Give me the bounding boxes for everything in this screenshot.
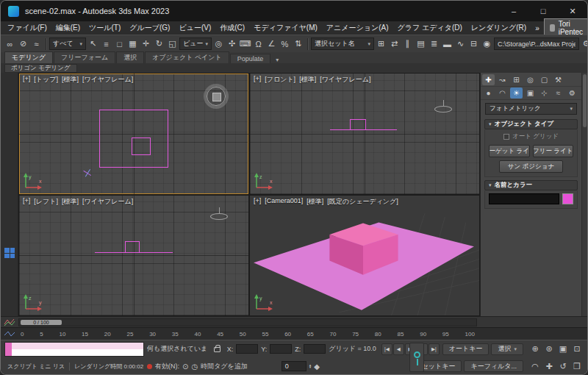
angle-snap-icon[interactable]: ∠ xyxy=(265,38,278,51)
go-to-start-button[interactable]: |◀ xyxy=(381,343,392,355)
viewport-style-label[interactable]: [標準] xyxy=(306,197,323,207)
free-light-button[interactable]: フリー ライト xyxy=(533,145,574,157)
maximize-viewport-toggle-icon[interactable]: ❒ xyxy=(570,360,584,373)
sun-positioner-button[interactable]: サン ポジショナ xyxy=(499,160,563,173)
tab-populate[interactable]: Populate xyxy=(230,54,271,63)
project-folder-field[interactable]: C:\Storage\P...dsMax Project xyxy=(494,38,579,50)
select-object-icon[interactable]: ↖ xyxy=(87,38,99,51)
tab-freeform[interactable]: フリーフォーム xyxy=(54,51,115,63)
helpers-category-icon[interactable]: ⊹ xyxy=(538,88,551,99)
unlink-selection-icon[interactable]: ⊘ xyxy=(17,38,29,51)
cameras-category-icon[interactable]: ▣ xyxy=(524,88,537,99)
tab-selection[interactable]: 選択 xyxy=(116,51,144,63)
viewport-menu-button[interactable]: [+] xyxy=(23,75,30,85)
menu-item[interactable]: ファイル(F) xyxy=(3,23,51,33)
tab-object-paint[interactable]: オブジェクト ペイント xyxy=(145,51,229,63)
helper-gizmo[interactable] xyxy=(82,167,94,179)
keyboard-shortcut-override-icon[interactable]: ⌨ xyxy=(239,38,251,51)
space-warps-category-icon[interactable]: ≈ xyxy=(552,88,564,99)
percent-snap-icon[interactable]: % xyxy=(279,38,291,51)
viewport-shading-label[interactable]: [ワイヤフレーム] xyxy=(82,197,133,207)
toggle-scene-explorer-icon[interactable]: ▤ xyxy=(415,38,427,51)
viewport-shading-label[interactable]: [ワイヤフレーム] xyxy=(82,75,133,85)
utilities-tab-icon[interactable]: ⚒ xyxy=(552,74,564,85)
maxscript-mini-listener[interactable] xyxy=(4,342,144,357)
record-toggle-icon[interactable]: ⊙ xyxy=(182,362,188,371)
edit-named-selection-sets-icon[interactable]: ⊞ xyxy=(375,38,387,51)
object-type-rollout-header[interactable]: ▾ オブジェクト タイプ xyxy=(484,119,578,129)
orbit-icon[interactable]: ↺ xyxy=(556,360,570,373)
frame-spinner[interactable]: ▴ ▾ xyxy=(309,364,312,368)
tab-modeling[interactable]: モデリング xyxy=(4,51,53,63)
field-of-view-icon[interactable]: ◠ xyxy=(528,360,542,373)
hierarchy-tab-icon[interactable]: ⊞ xyxy=(510,74,523,85)
menu-item[interactable]: » xyxy=(531,24,544,32)
snaps-toggle-icon[interactable]: Ω xyxy=(252,38,265,51)
viewport-style-label[interactable]: [標準] xyxy=(299,75,316,85)
auto-key-button[interactable]: オートキー xyxy=(442,343,490,355)
sun-positioner-compass-gizmo[interactable] xyxy=(207,87,226,106)
previous-frame-button[interactable]: ◀ xyxy=(393,343,404,355)
minimize-button[interactable]: – xyxy=(499,1,528,21)
menu-item[interactable]: モディファイヤ(M) xyxy=(249,23,322,33)
sun-positioner-compass-gizmo[interactable] xyxy=(210,213,228,220)
viewport-name-label[interactable]: [トップ] xyxy=(34,75,58,85)
select-by-name-icon[interactable]: ≡ xyxy=(100,38,112,51)
target-light-button[interactable]: ターゲット ライト xyxy=(489,145,530,157)
key-selection-dropdown[interactable]: 選択 ▾ xyxy=(491,343,523,355)
toggle-ribbon-icon[interactable]: ▬ xyxy=(441,38,453,51)
y-coord-field[interactable] xyxy=(270,344,292,354)
viewport-shading-label[interactable]: [ワイヤフレーム] xyxy=(320,75,370,85)
viewport-front[interactable]: [+] [フロント] [標準] [ワイヤフレーム] x z xyxy=(250,74,479,194)
box-wireframe[interactable] xyxy=(132,138,151,156)
menu-item[interactable]: アニメーション(A) xyxy=(322,23,393,33)
command-panel-scrollbar[interactable] xyxy=(581,73,587,316)
macro-recorder-line[interactable] xyxy=(12,343,143,349)
rectangular-selection-region-icon[interactable]: □ xyxy=(113,38,126,51)
viewport-name-label[interactable]: [フロント] xyxy=(265,75,295,85)
scrollbar-thumb[interactable] xyxy=(583,74,587,127)
menu-item[interactable]: レンダリング(R) xyxy=(467,23,531,33)
object-color-swatch[interactable] xyxy=(562,193,573,204)
window-crossing-toggle-icon[interactable]: ▦ xyxy=(126,38,139,51)
modify-tab-icon[interactable]: ↝ xyxy=(496,74,509,85)
systems-category-icon[interactable]: ⚙ xyxy=(566,88,578,99)
render-setup-icon[interactable]: ⚙ xyxy=(580,38,588,51)
viewport-camera[interactable]: [+] [Camera001] [標準] [既定のシェーディング] x y xyxy=(250,196,479,316)
selection-filter-dropdown[interactable]: すべて ▾ xyxy=(49,38,86,50)
use-pivot-point-icon[interactable]: ◎ xyxy=(212,38,225,51)
autogrid-checkbox[interactable]: オート グリッド xyxy=(489,132,573,141)
align-icon[interactable]: ∥ xyxy=(401,38,414,51)
set-keys-button[interactable] xyxy=(409,343,424,372)
zoom-icon[interactable]: ⊕ xyxy=(528,343,542,355)
time-slider-handle[interactable]: 0 / 100 xyxy=(21,320,62,325)
geometry-category-icon[interactable]: ● xyxy=(482,88,495,99)
box-wireframe[interactable] xyxy=(350,119,366,130)
sun-positioner-compass-gizmo[interactable] xyxy=(434,106,452,113)
select-and-move-icon[interactable]: ✛ xyxy=(140,38,152,51)
motion-tab-icon[interactable]: ◎ xyxy=(524,74,537,85)
selection-lock-icon[interactable] xyxy=(214,347,220,352)
menu-item[interactable]: 編集(E) xyxy=(51,23,85,33)
add-time-tag-button[interactable]: 時間タグを追加 xyxy=(201,362,248,371)
menu-item[interactable]: グループ(G) xyxy=(125,23,174,33)
viewport-style-label[interactable]: [標準] xyxy=(62,197,79,207)
lights-category-icon[interactable]: ☀ xyxy=(510,88,523,99)
pan-icon[interactable]: ✚ xyxy=(542,360,556,373)
select-and-link-icon[interactable]: ∞ xyxy=(4,38,16,51)
box-wireframe[interactable] xyxy=(125,241,140,253)
named-selection-set-field[interactable]: 選択セット名 ▾ xyxy=(311,38,374,50)
create-tab-icon[interactable]: ✚ xyxy=(482,74,495,85)
mini-curve-editor-icon[interactable] xyxy=(4,318,15,326)
shapes-category-icon[interactable]: ◠ xyxy=(496,88,509,99)
light-type-dropdown[interactable]: フォトメトリック ▾ xyxy=(485,103,577,115)
viewport-top[interactable]: [+] [トップ] [標準] [ワイヤフレーム] x y xyxy=(19,74,248,194)
bind-to-space-warp-icon[interactable]: ≈ xyxy=(30,38,43,51)
viewport-left[interactable]: [+] [レフト] [標準] [ワイヤフレーム] y z xyxy=(19,196,248,316)
curve-editor-icon[interactable]: ∿ xyxy=(454,38,467,51)
display-tab-icon[interactable]: ▢ xyxy=(538,74,551,85)
spinner-snap-icon[interactable]: ⇅ xyxy=(292,38,304,51)
viewport-style-label[interactable]: [標準] xyxy=(62,75,79,85)
viewport-name-label[interactable]: [レフト] xyxy=(34,197,58,207)
zoom-extents-icon[interactable]: ▣ xyxy=(556,343,570,355)
